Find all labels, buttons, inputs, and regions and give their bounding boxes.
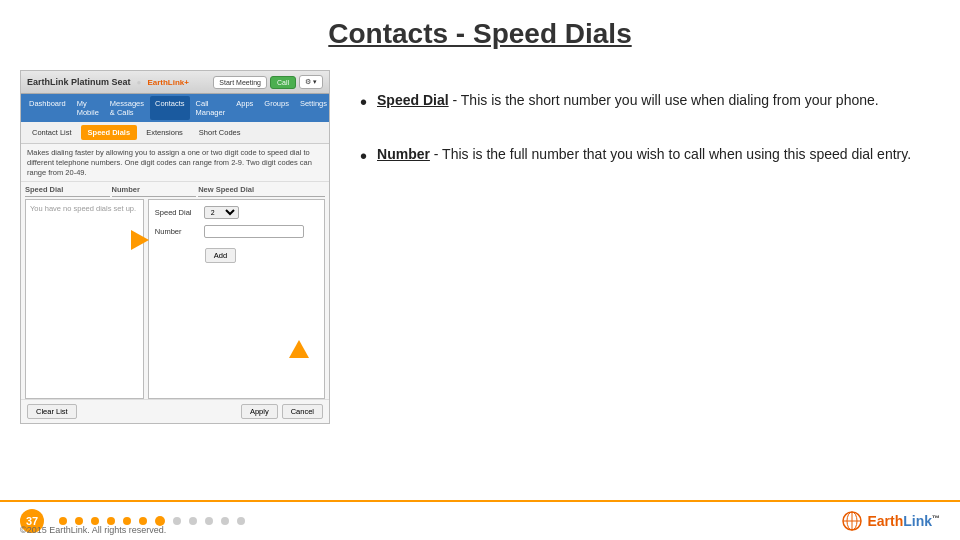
dot-4 — [107, 517, 115, 525]
dot-12 — [237, 517, 245, 525]
nav-dashboard[interactable]: Dashboard — [24, 96, 71, 120]
info-panel: • Speed Dial - This is the short number … — [350, 70, 940, 424]
dot-9 — [189, 517, 197, 525]
dot-3 — [91, 517, 99, 525]
footer-link: Link — [903, 513, 932, 529]
app-header-left: EarthLink Platinum Seat ● EarthLink+ — [27, 77, 189, 87]
apply-button[interactable]: Apply — [241, 404, 278, 419]
bullet-item-speed-dial: • Speed Dial - This is the short number … — [360, 90, 925, 116]
dot-1 — [59, 517, 67, 525]
nav-groups[interactable]: Groups — [259, 96, 294, 120]
number-col-header: Number — [112, 185, 197, 197]
add-button[interactable]: Add — [205, 248, 236, 263]
nav-apps[interactable]: Apps — [231, 96, 258, 120]
app-screenshot: EarthLink Platinum Seat ● EarthLink+ Sta… — [20, 70, 330, 424]
bullet-text-speed-dial: Speed Dial - This is the short number yo… — [377, 90, 879, 116]
bullet-term-speed-dial: Speed Dial — [377, 92, 449, 108]
footer-logo: EarthLink™ — [841, 510, 940, 532]
arrow-up-indicator — [289, 340, 309, 358]
sd-form-pane: Speed Dial 2345 Number Add — [148, 199, 325, 399]
dot-5 — [123, 517, 131, 525]
dot-8 — [173, 517, 181, 525]
bullet-item-number: • Number - This is the full number that … — [360, 144, 925, 170]
number-input[interactable] — [204, 225, 304, 238]
bullet-text-number: Number - This is the full number that yo… — [377, 144, 911, 170]
nav-messages-calls[interactable]: Messages & Calls — [105, 96, 149, 120]
sub-nav-extensions[interactable]: Extensions — [139, 125, 190, 140]
bullet-desc-number: - This is the full number that you wish … — [430, 146, 911, 162]
main-content: EarthLink Platinum Seat ● EarthLink+ Sta… — [0, 60, 960, 424]
bullet-desc-speed-dial: - This is the short number you will use … — [449, 92, 879, 108]
gear-button[interactable]: ⚙ ▾ — [299, 75, 323, 89]
nav-bar: Dashboard My Mobile Messages & Calls Con… — [21, 94, 329, 122]
description-text: Makes dialing faster by allowing you to … — [21, 144, 329, 182]
footer-logo-text: EarthLink™ — [867, 513, 940, 529]
sub-nav-short-codes[interactable]: Short Codes — [192, 125, 248, 140]
progress-dots — [59, 516, 826, 526]
sub-nav-contact-list[interactable]: Contact List — [25, 125, 79, 140]
sub-nav-speed-dials[interactable]: Speed Dials — [81, 125, 138, 140]
no-speed-dials-text: You have no speed dials set up. — [30, 204, 136, 213]
dot-2 — [75, 517, 83, 525]
nav-my-mobile[interactable]: My Mobile — [72, 96, 104, 120]
sd-list-pane[interactable]: You have no speed dials set up. — [25, 199, 144, 399]
footer-right-buttons: Apply Cancel — [241, 404, 323, 419]
footer-tm: ™ — [932, 514, 940, 523]
bullet-dot-1: • — [360, 88, 367, 116]
speed-dial-form-label: Speed Dial — [155, 208, 200, 217]
speed-dial-select[interactable]: 2345 — [204, 206, 239, 219]
number-form-label: Number — [155, 227, 200, 236]
dot-11 — [221, 517, 229, 525]
sd-body: You have no speed dials set up. Speed Di… — [21, 199, 329, 399]
nav-call-manager[interactable]: Call Manager — [191, 96, 231, 120]
dot-6 — [139, 517, 147, 525]
arrow-right-indicator — [131, 230, 149, 250]
number-form-row: Number — [155, 225, 318, 238]
nav-settings[interactable]: Settings — [295, 96, 332, 120]
nav-contacts[interactable]: Contacts — [150, 96, 190, 120]
app-header: EarthLink Platinum Seat ● EarthLink+ Sta… — [21, 71, 329, 94]
speed-dial-form-row: Speed Dial 2345 — [155, 206, 318, 219]
speed-dial-col-header: Speed Dial — [25, 185, 110, 197]
dot-10 — [205, 517, 213, 525]
footer-earth: Earth — [867, 513, 903, 529]
app-footer: Clear List Apply Cancel — [21, 399, 329, 423]
app-title: EarthLink Platinum Seat — [27, 77, 131, 87]
new-speed-dial-col-header: New Speed Dial — [198, 185, 325, 197]
earthlink-logo-small: EarthLink+ — [147, 78, 189, 87]
cancel-button[interactable]: Cancel — [282, 404, 323, 419]
page-title: Contacts - Speed Dials — [0, 0, 960, 60]
bullet-term-number: Number — [377, 146, 430, 162]
sd-columns: Speed Dial Number New Speed Dial — [21, 182, 329, 197]
bullet-dot-2: • — [360, 142, 367, 170]
globe-icon — [841, 510, 863, 532]
call-button[interactable]: Call — [270, 76, 296, 89]
app-header-right: Start Meeting Call ⚙ ▾ — [213, 75, 323, 89]
start-meeting-button[interactable]: Start Meeting — [213, 76, 267, 89]
clear-list-button[interactable]: Clear List — [27, 404, 77, 419]
footer-copyright: ©2015 EarthLink. All rights reserved. — [20, 525, 166, 535]
sub-nav: Contact List Speed Dials Extensions Shor… — [21, 122, 329, 144]
